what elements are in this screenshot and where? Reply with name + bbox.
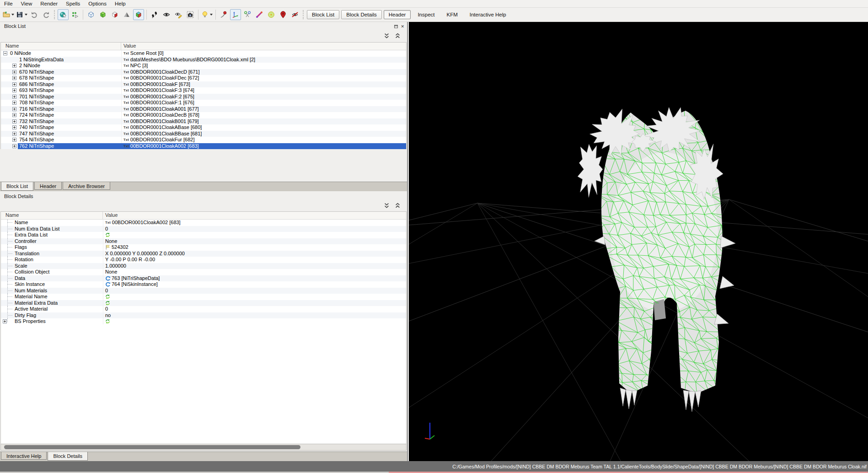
expand-icon[interactable] xyxy=(12,70,16,74)
tree-row[interactable]: 693 NiTriShapeTxt00BDOR0001CloakF:3 [674… xyxy=(1,87,406,94)
collapse-all-icon[interactable] xyxy=(395,202,401,210)
tree-row[interactable]: 708 NiTriShapeTxt00BDOR0001CloakF:1 [676… xyxy=(1,100,406,106)
expand-icon[interactable] xyxy=(12,107,16,111)
hide-hidden-icon[interactable] xyxy=(289,9,300,20)
toolbar-drag-handle[interactable] xyxy=(54,10,55,19)
animation-play-icon[interactable] xyxy=(70,9,80,20)
detail-row[interactable]: TranslationX 0.000000 Y 0.000000 Z 0.000… xyxy=(1,251,406,257)
tree-row[interactable]: 747 NiTriShapeTxt00BDOR0001CloakBBase [6… xyxy=(1,131,406,137)
block-details-button[interactable]: Block Details xyxy=(341,10,381,19)
axes-icon[interactable] xyxy=(230,9,241,20)
inspect-button[interactable]: Inspect xyxy=(413,10,439,19)
expand-all-icon[interactable] xyxy=(384,32,390,41)
scrollbar-thumb[interactable] xyxy=(4,445,300,449)
tree-row[interactable]: 1 NiStringExtraDataTxtdata\Meshes\BDO Mu… xyxy=(1,57,406,63)
close-dock-icon[interactable]: ✕ xyxy=(401,24,404,29)
tree-row[interactable]: 686 NiTriShapeTxt00BDOR0001CloakF [673] xyxy=(1,81,406,88)
collapse-all-icon[interactable] xyxy=(395,32,401,41)
column-header-value[interactable]: Value xyxy=(103,212,406,219)
menu-file[interactable]: File xyxy=(0,0,17,7)
menu-render[interactable]: Render xyxy=(36,0,62,7)
expand-icon[interactable] xyxy=(3,319,7,323)
tab-block-list[interactable]: Block List xyxy=(1,182,33,191)
header-button[interactable]: Header xyxy=(384,10,411,19)
float-window-icon[interactable] xyxy=(394,24,398,29)
horizontal-scrollbar[interactable] xyxy=(0,444,407,451)
detail-row[interactable]: Num Materials0 xyxy=(1,288,406,294)
detail-row[interactable]: RotationY -0.00 P 0.00 R -0.00 xyxy=(1,257,406,263)
tree-row[interactable]: 740 NiTriShapeTxt00BDOR0001CloakABase [6… xyxy=(1,124,406,131)
expand-icon[interactable] xyxy=(12,88,16,92)
tab-header[interactable]: Header xyxy=(34,182,62,190)
detail-row[interactable]: Material Name xyxy=(1,294,406,300)
expand-icon[interactable] xyxy=(12,144,16,148)
detail-row[interactable]: Material Extra Data xyxy=(1,300,406,306)
expand-icon[interactable] xyxy=(12,82,16,86)
open-icon[interactable] xyxy=(2,9,15,20)
toolbar-drag-handle[interactable] xyxy=(303,10,304,19)
vertex-select-icon[interactable] xyxy=(218,9,229,20)
walk-icon[interactable] xyxy=(149,9,160,20)
expand-icon[interactable] xyxy=(12,132,16,136)
eye-icon[interactable] xyxy=(161,9,172,20)
detail-row[interactable]: BS Properties xyxy=(1,318,406,325)
detail-row[interactable]: Skin Instance764 [NiSkinInstance] xyxy=(1,281,406,288)
detail-row[interactable]: Scale1.000000 xyxy=(1,263,406,269)
expand-icon[interactable] xyxy=(12,138,16,142)
marker-icon[interactable] xyxy=(278,9,289,20)
interactive-help-button[interactable]: Interactive Help xyxy=(465,10,511,19)
expand-all-icon[interactable] xyxy=(384,202,390,210)
expand-icon[interactable] xyxy=(12,76,16,80)
column-header-name[interactable]: Name xyxy=(1,43,121,50)
menu-options[interactable]: Options xyxy=(84,0,111,7)
vertex-colors-cube-icon[interactable] xyxy=(133,9,144,20)
tree-row[interactable]: 754 NiTriShapeTxt00BDOR0001CloakFur [682… xyxy=(1,137,406,143)
tab-interactive-help[interactable]: Interactive Help xyxy=(1,452,47,460)
expand-icon[interactable] xyxy=(12,119,16,124)
detail-row[interactable]: Collision ObjectNone xyxy=(1,269,406,275)
havok-icon[interactable] xyxy=(266,9,277,20)
expand-icon[interactable] xyxy=(12,95,16,99)
tree-row[interactable]: 701 NiTriShapeTxt00BDOR0001CloakF:2 [675… xyxy=(1,94,406,100)
wireframe-cube-icon[interactable] xyxy=(86,9,96,20)
expand-icon[interactable] xyxy=(12,125,16,129)
detail-row[interactable]: Dirty Flagno xyxy=(1,312,406,319)
tab-block-details[interactable]: Block Details xyxy=(48,452,88,461)
expand-icon[interactable] xyxy=(12,113,16,117)
eye-edit-icon[interactable] xyxy=(173,9,184,20)
redo-icon[interactable] xyxy=(41,9,52,20)
tree-row[interactable]: 2 NiNodeTxtNPC [3] xyxy=(1,63,406,69)
detail-row[interactable]: ControllerNone xyxy=(1,238,406,245)
expand-icon[interactable] xyxy=(12,64,16,68)
tree-row[interactable]: 724 NiTriShapeTxt00BDOR0001CloakDecB [67… xyxy=(1,112,406,118)
kfm-button[interactable]: KFM xyxy=(441,10,462,19)
column-header-name[interactable]: Name xyxy=(1,212,103,219)
tree-row[interactable]: 716 NiTriShapeTxt00BDOR0001CloakA001 [67… xyxy=(1,106,406,113)
textured-cube-icon[interactable] xyxy=(109,9,120,20)
menu-spells[interactable]: Spells xyxy=(62,0,84,7)
bone-icon[interactable] xyxy=(254,9,265,20)
save-icon[interactable] xyxy=(16,9,28,20)
collapse-icon[interactable] xyxy=(3,51,7,55)
tree-row[interactable]: 670 NiTriShapeTxt00BDOR0001CloakDecD [67… xyxy=(1,69,406,75)
tree-row[interactable]: 732 NiTriShapeTxt00BDOR0001CloakB001 [67… xyxy=(1,118,406,125)
undo-icon[interactable] xyxy=(29,9,40,20)
block-list-button[interactable]: Block List xyxy=(307,10,339,19)
column-header-value[interactable]: Value xyxy=(121,43,406,50)
detail-row[interactable]: Flags524302 xyxy=(1,244,406,251)
detail-row[interactable]: Extra Data List xyxy=(1,232,406,238)
tree-row[interactable]: 678 NiTriShapeTxt00BDOR0001CloakFDec [67… xyxy=(1,75,406,81)
screenshot-icon[interactable] xyxy=(185,9,196,20)
rotate-view-icon[interactable] xyxy=(58,9,69,20)
expand-icon[interactable] xyxy=(12,101,16,105)
double-sided-icon[interactable] xyxy=(121,9,132,20)
tree-row[interactable]: 0 NiNodeTxtScene Root [0] xyxy=(1,50,406,57)
tab-archive-browser[interactable]: Archive Browser xyxy=(63,182,110,190)
detail-row[interactable]: Data763 [NiTriShapeData] xyxy=(1,275,406,282)
tree-row[interactable]: 762 NiTriShapeTxt00BDOR0001CloakA002 [68… xyxy=(1,143,406,150)
detail-row[interactable]: Num Extra Data List0 xyxy=(1,226,406,232)
menu-help[interactable]: Help xyxy=(111,0,130,7)
node-select-icon[interactable] xyxy=(242,9,253,20)
lighting-icon[interactable] xyxy=(201,9,213,20)
render-viewport[interactable] xyxy=(409,22,868,461)
